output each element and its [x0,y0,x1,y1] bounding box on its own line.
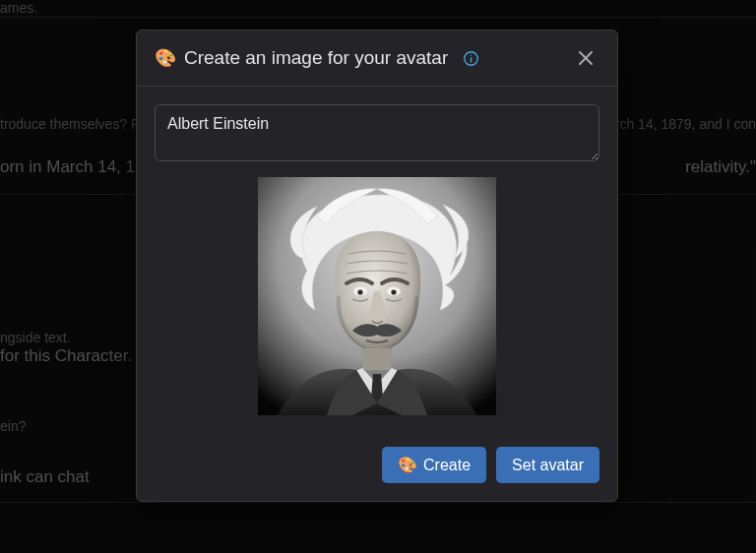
set-avatar-button-label: Set avatar [512,457,584,474]
avatar-prompt-input[interactable] [155,104,599,161]
svg-point-2 [471,54,472,55]
modal-footer: 🎨 Create Set avatar [137,433,617,501]
info-icon[interactable] [462,49,479,67]
avatar-preview [258,177,496,415]
palette-icon: 🎨 [398,456,417,474]
modal-header: 🎨 Create an image for your avatar [137,31,617,87]
modal-title: 🎨 Create an image for your avatar [155,47,479,69]
modal-title-text: Create an image for your avatar [184,47,448,69]
create-button[interactable]: 🎨 Create [382,447,486,483]
palette-icon: 🎨 [155,49,176,67]
set-avatar-button[interactable]: Set avatar [496,447,599,483]
create-button-label: Create [423,457,471,474]
modal-body [137,87,617,433]
create-avatar-modal: 🎨 Create an image for your avatar [136,30,618,502]
close-icon [576,48,596,68]
close-button[interactable] [572,44,599,72]
avatar-preview-image [258,177,496,415]
